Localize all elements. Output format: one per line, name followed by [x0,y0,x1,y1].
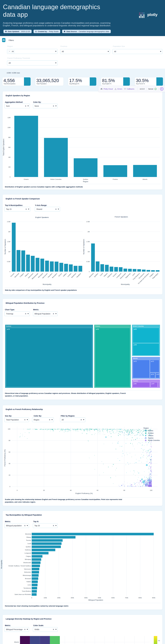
svg-text:Gatineau: Gatineau [107,272,112,278]
svg-text:Winnipeg: Winnipeg [25,558,31,560]
svg-text:Québec: Québec [26,546,31,548]
svg-text:Bilingual Population: Bilingual Population [88,599,103,601]
svg-text:Edmonton: Edmonton [24,571,31,573]
svg-text:Brampton: Brampton [52,272,58,278]
svg-text:0: 0 [89,271,90,272]
svg-text:Mississauga: Mississauga [23,574,31,576]
svg-text:Prairies: Prairies [113,178,118,180]
svg-text:Municipality: Municipality [1,560,3,569]
svg-text:60: 60 [9,451,11,453]
svg-text:Québec: Québec [83,178,88,180]
svg-text:Surrey: Surrey [58,272,62,277]
svg-text:Vancouver: Vancouver [24,568,31,570]
svg-text:Laval: Laval [28,543,31,544]
svg-text:300k: 300k [71,597,74,598]
svg-text:Region: Region [143,427,149,429]
svg-text:1M: 1M [88,251,90,252]
svg-text:Ontario: Ontario [24,178,29,180]
svg-text:80: 80 [123,490,125,491]
svg-text:Number of Speakers: Number of Speakers [4,239,6,254]
svg-text:500k: 500k [98,597,101,598]
svg-text:Municipality: Municipality [121,283,130,285]
svg-text:100k: 100k [44,597,47,598]
svg-text:London: London [67,272,72,277]
svg-text:Prairies: Prairies [148,437,153,439]
svg-text:100: 100 [150,490,152,491]
svg-text:Greater Sudbury / Grand Sudbur: Greater Sudbury / Grand Sudbury [9,565,31,566]
svg-text:900k: 900k [152,597,155,598]
svg-text:Montréal: Montréal [89,272,94,278]
svg-text:Toronto: Toronto [26,540,31,541]
svg-text:700k: 700k [125,597,128,598]
svg-text:Saint-Jean-sur-Richelieu: Saint-Jean-sur-Richelieu [15,594,31,595]
svg-text:0.5M: 0.5M [86,261,90,262]
svg-text:Halifax: Halifax [63,272,67,277]
svg-text:Terrebonne: Terrebonne [24,587,31,589]
svg-text:Halifax: Halifax [27,581,31,582]
svg-text:Québec: Québec [94,272,98,278]
svg-text:French Speakers: French Speakers [115,216,128,218]
svg-text:Atlantic: Atlantic [14,641,19,643]
svg-text:Region: Region [83,180,88,182]
svg-text:40: 40 [9,463,11,464]
svg-text:Lévis: Lévis [132,272,135,276]
svg-text:Vaughan: Vaughan [76,272,81,278]
svg-text:0: 0 [31,597,32,598]
svg-text:6M: 6M [8,146,11,148]
svg-text:8M: 8M [8,136,11,138]
svg-text:40: 40 [158,640,160,642]
svg-text:20: 20 [43,490,45,491]
svg-text:Sherbrooke: Sherbrooke [23,562,31,563]
svg-text:0: 0 [10,271,10,272]
svg-text:Montréal: Montréal [14,272,19,278]
svg-text:Calgary: Calgary [19,272,24,278]
svg-text:2M: 2M [8,231,10,232]
svg-text:400k: 400k [84,597,88,598]
svg-text:Trois-Rivières: Trois-Rivières [22,590,31,592]
svg-text:Atlantic: Atlantic [148,430,153,432]
svg-text:Total English Speakers: Total English Speakers [3,138,5,156]
svg-text:1M: 1M [8,251,10,252]
svg-text:10M: 10M [8,126,11,128]
svg-text:Laval: Laval [99,272,103,276]
svg-text:Atlantic: Atlantic [142,178,147,180]
svg-text:800k: 800k [138,597,142,598]
svg-text:4M: 4M [8,156,11,158]
svg-text:British Columbia: British Columbia [50,178,62,180]
svg-text:100: 100 [8,428,10,430]
svg-text:Markham: Markham [71,272,77,278]
svg-text:Ontario: Ontario [148,435,153,436]
svg-text:2M: 2M [88,231,90,232]
svg-text:0: 0 [10,176,11,178]
svg-text:Municipality: Municipality [43,283,51,285]
svg-text:80: 80 [9,440,11,441]
svg-text:1.5M: 1.5M [86,241,90,242]
svg-text:Toronto: Toronto [10,272,15,277]
svg-text:English Speakers: English Speakers [35,216,49,218]
svg-text:Longueuil: Longueuil [25,552,31,554]
svg-text:Calgary: Calgary [26,556,31,557]
svg-text:600k: 600k [111,597,115,598]
svg-text:0.5M: 0.5M [7,261,10,262]
svg-text:20: 20 [9,474,11,476]
svg-text:Number of Speakers: Number of Speakers [83,239,85,254]
svg-text:2.5M: 2.5M [86,221,90,222]
svg-text:40: 40 [70,490,72,491]
svg-text:Ottawa: Ottawa [24,272,29,277]
svg-text:12M: 12M [8,117,11,118]
svg-text:60: 60 [97,490,98,491]
svg-text:Ottawa: Ottawa [26,536,31,538]
svg-text:Lévis: Lévis [28,584,31,586]
svg-text:Ottawa: Ottawa [103,272,108,277]
svg-text:0: 0 [10,486,10,488]
svg-text:Québec: Québec [148,432,154,434]
svg-text:Gatineau: Gatineau [25,549,31,550]
svg-text:Montréal: Montréal [25,533,31,535]
svg-text:English Proficiency (%): English Proficiency (%) [75,492,93,494]
svg-text:French Proficiency (%): French Proficiency (%) [4,450,6,466]
svg-text:200k: 200k [57,597,61,598]
svg-text:0: 0 [17,490,18,491]
svg-text:1.5M: 1.5M [7,241,10,242]
svg-text:2M: 2M [8,166,11,168]
svg-text:British Columbia: British Columbia [148,440,160,441]
